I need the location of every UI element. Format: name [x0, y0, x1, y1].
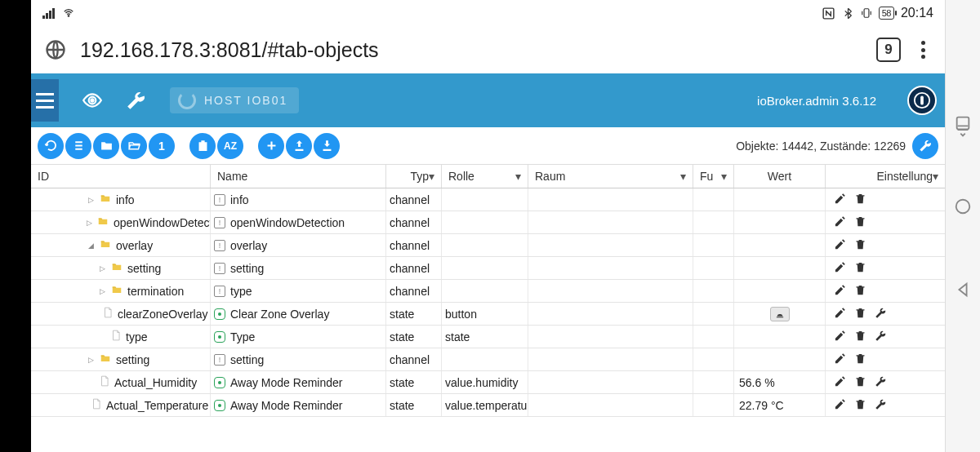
device-bezel-left [0, 0, 31, 452]
column-1-button[interactable]: 1 [149, 133, 175, 159]
row-name-label: setting [230, 262, 264, 275]
sort-az-button[interactable]: AZ [217, 133, 243, 159]
drawer-icon[interactable] [954, 121, 972, 139]
home-button[interactable] [954, 197, 972, 215]
app-logo [907, 86, 937, 115]
table-row[interactable]: ▷setting!settingchannel [31, 257, 945, 280]
state-type-icon [214, 400, 225, 411]
table-row[interactable]: clearZoneOverlayClear Zone Overlaystateb… [31, 303, 945, 326]
row-type: channel [390, 193, 430, 206]
config-button[interactable] [875, 375, 887, 390]
row-value[interactable]: 56.6 % [739, 376, 775, 389]
col-einstellung[interactable]: Einstellung▾ [826, 165, 945, 188]
delete-button[interactable] [854, 284, 866, 299]
folder-icon [99, 193, 112, 206]
url-text[interactable]: 192.168.178.3:8081/#tab-objects [80, 38, 863, 62]
edit-button[interactable] [834, 307, 846, 321]
expand-toggle[interactable]: ▷ [87, 196, 95, 204]
host-selector[interactable]: HOST IOB01 [170, 87, 299, 113]
delete-button[interactable] [854, 193, 866, 207]
status-bar: 58 20:14 [31, 0, 945, 26]
delete-button[interactable] [854, 352, 866, 367]
table-row[interactable]: ▷setting!settingchannel [31, 348, 945, 371]
config-button[interactable] [875, 398, 887, 413]
row-type: state [390, 330, 414, 343]
edit-button[interactable] [834, 352, 846, 367]
edit-button[interactable] [834, 193, 846, 207]
download-button[interactable] [314, 133, 340, 159]
add-button[interactable] [258, 133, 284, 159]
col-id[interactable]: ID [31, 165, 211, 188]
channel-type-icon: ! [214, 286, 225, 297]
row-id-label: type [126, 330, 147, 343]
table-row[interactable]: ▷termination!typechannel [31, 280, 945, 303]
expand-toggle[interactable]: ▷ [98, 264, 106, 273]
edit-button[interactable] [834, 284, 846, 299]
svg-point-8 [956, 200, 970, 214]
back-button[interactable] [954, 281, 972, 299]
table-row[interactable]: Actual_TemperatureAway Mode Reminderstat… [31, 394, 945, 417]
state-type-icon [214, 308, 225, 320]
edit-button[interactable] [834, 398, 846, 413]
file-icon [99, 374, 110, 390]
settings-wrench-button[interactable] [912, 133, 938, 159]
edit-button[interactable] [834, 261, 846, 276]
wrench-icon[interactable] [126, 90, 147, 111]
folder-icon [110, 284, 123, 298]
folder-open-button[interactable] [121, 133, 147, 159]
row-value[interactable]: 22.79 °C [739, 399, 784, 412]
expand-toggle[interactable]: ◢ [87, 242, 95, 250]
col-raum[interactable]: Raum▾ [528, 165, 693, 188]
tab-count-button[interactable]: 9 [876, 38, 901, 62]
edit-button[interactable] [834, 215, 846, 230]
expand-toggle[interactable]: ▷ [87, 356, 95, 364]
menu-button[interactable] [31, 79, 59, 122]
list-view-button[interactable] [65, 133, 91, 159]
row-role: button [445, 308, 477, 321]
col-funktion[interactable]: Fu▾ [693, 165, 734, 188]
delete-button[interactable] [854, 238, 866, 253]
row-id-label: Actual_Humidity [114, 376, 197, 389]
table-header: ID Name Typ▾ Rolle▾ Raum▾ Fu▾ Wert Einst… [31, 165, 945, 188]
row-type: state [390, 376, 414, 389]
config-button[interactable] [875, 307, 887, 321]
vibrate-icon [861, 6, 872, 20]
row-type: channel [390, 216, 430, 229]
folder-icon [96, 215, 109, 229]
delete-button[interactable] [854, 261, 866, 276]
role-button[interactable] [189, 133, 216, 159]
table-row[interactable]: Actual_HumidityAway Mode Reminderstateva… [31, 371, 945, 394]
edit-button[interactable] [834, 375, 846, 390]
table-row[interactable]: typeTypestatestate [31, 326, 945, 348]
battery-icon: 58 [879, 7, 894, 20]
col-rolle[interactable]: Rolle▾ [442, 165, 528, 188]
delete-button[interactable] [854, 330, 866, 344]
visibility-icon[interactable] [82, 90, 103, 111]
expand-toggle[interactable]: ▷ [98, 287, 106, 295]
delete-button[interactable] [854, 398, 866, 413]
delete-button[interactable] [854, 307, 866, 321]
edit-button[interactable] [834, 238, 846, 253]
table-row[interactable]: ◢overlay!overlaychannel [31, 234, 945, 257]
browser-menu-button[interactable] [914, 38, 932, 62]
folder-closed-button[interactable] [93, 133, 119, 159]
app-title: ioBroker.admin 3.6.12 [757, 94, 876, 108]
svg-rect-6 [920, 96, 924, 105]
table-row[interactable]: ▷info!infochannel [31, 188, 945, 211]
col-typ[interactable]: Typ▾ [386, 165, 442, 188]
table-row[interactable]: ▷openWindowDetection!openWindowDetection… [31, 211, 945, 234]
delete-button[interactable] [854, 215, 866, 230]
upload-button[interactable] [286, 133, 312, 159]
row-name-label: Away Mode Reminder [230, 399, 342, 412]
trigger-button[interactable] [770, 307, 790, 321]
delete-button[interactable] [854, 375, 866, 390]
col-wert[interactable]: Wert [734, 165, 826, 188]
config-button[interactable] [875, 330, 887, 344]
row-id-label: clearZoneOverlay [118, 308, 208, 321]
loading-spinner-icon [178, 91, 196, 109]
expand-toggle[interactable]: ▷ [87, 219, 92, 227]
edit-button[interactable] [834, 330, 846, 344]
col-name[interactable]: Name [211, 165, 386, 188]
refresh-button[interactable] [38, 133, 64, 159]
state-type-icon [214, 377, 225, 388]
